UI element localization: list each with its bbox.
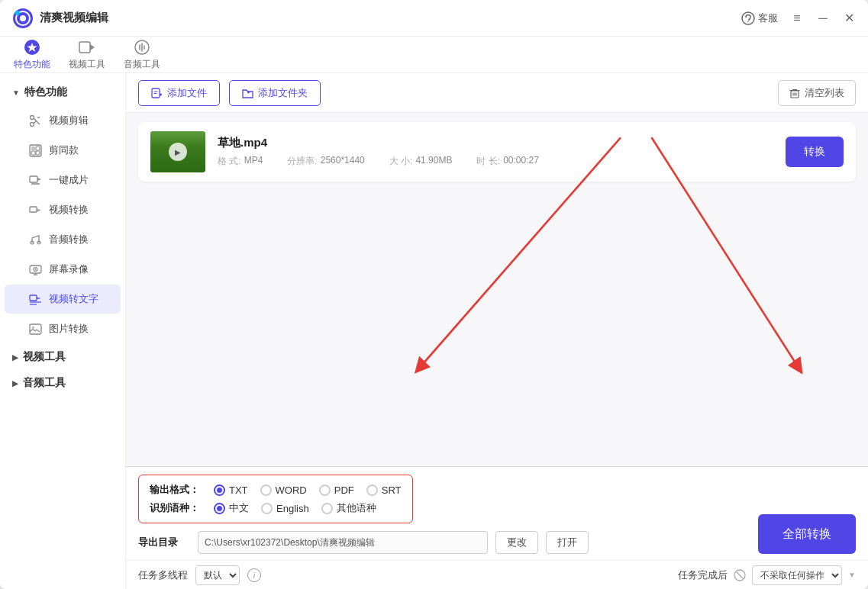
svg-point-12 xyxy=(30,122,34,126)
dropdown-arrow-icon: ▼ xyxy=(848,571,856,579)
add-file-label: 添加文件 xyxy=(167,86,207,100)
sidebar-audio-tools-label: 音频工具 xyxy=(23,376,66,390)
convert-single-button[interactable]: 转换 xyxy=(786,137,844,167)
expand-arrow-icon: ▼ xyxy=(12,89,20,97)
sidebar-item-audio-convert[interactable]: 音频转换 xyxy=(5,225,121,254)
svg-marker-22 xyxy=(37,178,41,181)
svg-point-3 xyxy=(15,11,20,15)
add-file-button[interactable]: 添加文件 xyxy=(138,80,220,106)
toolbar-audio-label: 音频工具 xyxy=(124,58,160,71)
toolbar-nav-video[interactable]: 视频工具 xyxy=(67,38,107,71)
svg-marker-33 xyxy=(37,297,41,299)
output-dir-label: 导出目录 xyxy=(138,536,190,549)
format-label: 格 式: xyxy=(218,155,241,168)
output-dir-input[interactable] xyxy=(198,531,488,554)
screen-record-icon xyxy=(27,262,43,277)
video-to-text-icon xyxy=(27,291,43,307)
status-right: 任务完成后 不采取任何操作 关闭程序 关闭电脑 ▼ xyxy=(678,565,856,585)
app-title: 清爽视频编辑 xyxy=(40,11,741,25)
change-dir-button[interactable]: 更改 xyxy=(495,531,538,554)
format-word-radio[interactable]: WORD xyxy=(260,484,307,496)
sidebar-item-video-edit[interactable]: 视频剪辑 xyxy=(5,106,121,135)
close-btn[interactable]: ✕ xyxy=(842,11,856,25)
size-label: 大 小: xyxy=(389,155,413,168)
sidebar-same-cut-label: 剪同款 xyxy=(49,143,79,157)
file-info: 草地.mp4 格 式: MP4 分辨率: 2560*1440 xyxy=(218,136,773,168)
sidebar-section-features[interactable]: ▼ 特色功能 xyxy=(0,79,125,105)
sidebar-image-convert-label: 图片转换 xyxy=(49,322,89,336)
svg-rect-32 xyxy=(30,295,37,301)
play-icon: ▶ xyxy=(169,143,187,161)
convert-all-button[interactable]: 全部转换 xyxy=(758,514,856,554)
sidebar-item-screen-record[interactable]: 屏幕录像 xyxy=(5,255,121,284)
video-convert-icon xyxy=(27,202,43,217)
task-thread-select[interactable]: 默认 1 2 4 xyxy=(195,565,240,585)
pdf-radio-circle xyxy=(319,484,331,496)
sidebar-item-image-convert[interactable]: 图片转换 xyxy=(5,314,121,343)
svg-rect-36 xyxy=(30,324,41,334)
star-icon xyxy=(23,38,41,56)
english-radio-circle xyxy=(261,503,273,514)
file-list-area: ▶ 草地.mp4 格 式: MP4 分辨率: xyxy=(126,113,868,466)
pdf-label: PDF xyxy=(334,484,354,496)
svg-rect-24 xyxy=(30,207,37,212)
sidebar-video-to-text-label: 视频转文字 xyxy=(49,292,98,306)
info-icon[interactable]: i xyxy=(247,568,261,582)
menu-btn[interactable]: ≡ xyxy=(790,11,804,25)
bottom-action-row: 输出格式： TXT WORD xyxy=(138,475,856,554)
file-action-bar: 添加文件 添加文件夹 清空列表 xyxy=(126,73,868,113)
main-layout: ▼ 特色功能 视频剪辑 剪同款 一键成片 xyxy=(0,73,868,589)
lang-other-radio[interactable]: 其他语种 xyxy=(321,501,376,515)
file-item: ▶ 草地.mp4 格 式: MP4 分辨率: xyxy=(138,122,856,182)
svg-point-2 xyxy=(20,15,26,21)
lang-chinese-radio[interactable]: 中文 xyxy=(214,501,249,515)
add-folder-button[interactable]: 添加文件夹 xyxy=(229,80,321,106)
toolbar-video-label: 视频工具 xyxy=(69,58,105,71)
after-task-label: 任务完成后 xyxy=(678,568,728,582)
image-convert-icon xyxy=(27,321,43,336)
lang-english-radio[interactable]: English xyxy=(261,503,309,514)
sidebar-section-audio-tools[interactable]: ▶ 音频工具 xyxy=(0,370,125,396)
open-dir-button[interactable]: 打开 xyxy=(546,531,589,554)
sidebar-item-video-convert[interactable]: 视频转换 xyxy=(5,195,121,224)
file-name: 草地.mp4 xyxy=(218,136,773,150)
task-thread-label: 任务多线程 xyxy=(138,568,188,582)
sidebar-item-video-to-text[interactable]: 视频转文字 xyxy=(5,285,121,314)
svg-rect-18 xyxy=(36,146,40,150)
sidebar-item-same-cut[interactable]: 剪同款 xyxy=(5,136,121,165)
sidebar-video-edit-label: 视频剪辑 xyxy=(49,114,89,127)
duration-value: 00:00:27 xyxy=(503,155,539,168)
word-label: WORD xyxy=(276,484,307,496)
sidebar-video-convert-label: 视频转换 xyxy=(49,203,89,217)
other-lang-label: 其他语种 xyxy=(337,501,376,515)
toolbar-nav: 特色功能 视频工具 音频工具 xyxy=(12,38,162,71)
svg-line-54 xyxy=(737,572,743,578)
toolbar-nav-features[interactable]: 特色功能 xyxy=(12,38,52,71)
output-dir-row: 导出目录 更改 打开 xyxy=(138,531,746,554)
sidebar-item-one-click[interactable]: 一键成片 xyxy=(5,166,121,195)
format-pdf-radio[interactable]: PDF xyxy=(319,484,354,496)
add-folder-label: 添加文件夹 xyxy=(258,86,308,100)
txt-radio-circle xyxy=(214,484,225,496)
clear-list-button[interactable]: 清空列表 xyxy=(778,80,856,106)
customer-service-label: 客服 xyxy=(758,11,778,25)
after-task-select[interactable]: 不采取任何操作 关闭程序 关闭电脑 xyxy=(752,565,842,585)
toolbar-nav-audio[interactable]: 音频工具 xyxy=(122,38,162,71)
title-controls: 客服 ≡ ─ ✕ xyxy=(741,11,856,25)
svg-marker-25 xyxy=(37,208,41,212)
content-with-arrows: ▶ 草地.mp4 格 式: MP4 分辨率: xyxy=(126,113,868,466)
status-left: 任务多线程 默认 1 2 4 i xyxy=(138,565,261,585)
format-srt-radio[interactable]: SRT xyxy=(366,484,402,496)
minimize-btn[interactable]: ─ xyxy=(816,11,830,25)
txt-label: TXT xyxy=(229,484,248,496)
format-txt-radio[interactable]: TXT xyxy=(214,484,248,496)
file-thumbnail: ▶ xyxy=(150,131,205,172)
language-settings-label: 识别语种： xyxy=(150,501,202,515)
sidebar-screen-record-label: 屏幕录像 xyxy=(49,262,89,276)
sidebar-section-video-tools[interactable]: ▶ 视频工具 xyxy=(0,344,125,370)
audio-convert-icon xyxy=(27,232,43,247)
language-settings-row: 识别语种： 中文 English xyxy=(150,501,402,515)
customer-service-btn[interactable]: 客服 xyxy=(741,11,778,25)
app-logo xyxy=(12,8,34,29)
output-settings-box: 输出格式： TXT WORD xyxy=(138,475,413,523)
